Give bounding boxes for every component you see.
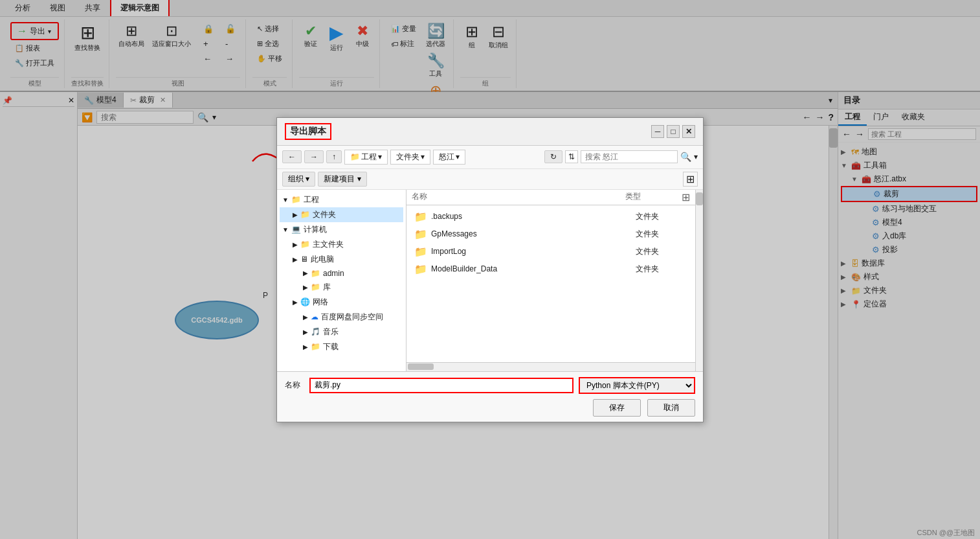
thispc-icon: 🖥 — [300, 255, 308, 264]
gpmessages-folder-icon: 📁 — [414, 228, 427, 240]
new-item-label: 新建项目 ▾ — [324, 174, 361, 185]
dialog-new-item-btn[interactable]: 新建项目 ▾ — [318, 172, 366, 187]
dialog-left-tree: ▼ 📁 工程 ▶ 📁 文件夹 ▼ 💻 计算机 ▶ — [277, 190, 406, 371]
dialog-addr-folder[interactable]: 文件夹 ▾ — [390, 150, 430, 165]
export-dialog: 导出脚本 ─ □ ✕ ← → ↑ 📁 工程 ▾ 文件夹 ▾ — [276, 117, 704, 422]
folder-icon-d: 📁 — [300, 210, 310, 219]
dialog-close-button[interactable]: ✕ — [682, 125, 695, 138]
dialog-toolbar-bar: 组织 ▾ 新建项目 ▾ ⊞ — [277, 169, 703, 190]
download-expand-icon: ▶ — [303, 343, 308, 350]
baidu-expand-icon: ▶ — [303, 314, 308, 321]
dialog-tree-music[interactable]: ▶ 🎵 音乐 — [280, 325, 403, 339]
network-icon: 🌐 — [300, 297, 310, 306]
dialog-minimize-button[interactable]: ─ — [651, 125, 664, 138]
dialog-hscrollbar-thumb[interactable] — [408, 363, 434, 370]
dialog-nav-bar: ← → ↑ 📁 工程 ▾ 文件夹 ▾ 怒江 ▾ ↻ — [277, 146, 703, 169]
home-expand-icon: ▶ — [293, 241, 298, 248]
dialog-nav-forward[interactable]: → — [304, 150, 324, 163]
dialog-addr-project-arrow: ▾ — [378, 152, 382, 161]
dialog-close-buttons: ─ □ ✕ — [651, 125, 695, 138]
dialog-view-icon[interactable]: ⊞ — [683, 172, 698, 187]
file-item-gpmessages[interactable]: 📁 GpMessages 文件夹 — [409, 225, 693, 243]
dialog-addr-folder-arrow: ▾ — [421, 152, 425, 161]
dialog-addr-project-icon: 📁 — [350, 152, 360, 161]
dialog-footer: 名称 Python 脚本文件(PY) 保存 取消 — [277, 371, 703, 422]
file-list-header: 名称 类型 ⊞ — [406, 190, 695, 205]
dialog-nav-refresh[interactable]: ↻ — [544, 150, 562, 163]
file-item-importlog[interactable]: 📁 ImportLog 文件夹 — [409, 243, 693, 260]
dialog-name-label: 名称 — [285, 380, 304, 391]
dialog-search-input[interactable] — [581, 150, 678, 163]
dialog-save-button[interactable]: 保存 — [593, 399, 641, 417]
dialog-vscrollbar-thumb[interactable] — [696, 192, 703, 205]
dialog-tree-home[interactable]: ▶ 📁 主文件夹 — [280, 237, 403, 252]
home-icon: 📁 — [300, 240, 310, 249]
baidu-icon: ☁ — [311, 312, 318, 321]
music-icon: 🎵 — [311, 327, 320, 336]
project-folder-icon: 📁 — [291, 195, 301, 204]
folder-expand-icon-d: ▶ — [293, 211, 298, 218]
file-item-backups[interactable]: 📁 .backups 文件夹 — [409, 208, 693, 225]
dialog-title-text: 导出脚本 — [285, 123, 331, 140]
organize-label: 组织 ▾ — [288, 174, 309, 185]
dialog-hscrollbar[interactable] — [406, 362, 695, 371]
computer-icon: 💻 — [291, 225, 301, 234]
dialog-addr-nujiang[interactable]: 怒江 ▾ — [433, 150, 465, 165]
dialog-addr-project[interactable]: 📁 工程 ▾ — [344, 150, 388, 165]
dialog-search-icon[interactable]: 🔍 — [680, 152, 691, 162]
dialog-name-row: 名称 Python 脚本文件(PY) — [285, 377, 695, 394]
dialog-tree-thispc[interactable]: ▶ 🖥 此电脑 — [280, 252, 403, 267]
dialog-tree-network[interactable]: ▶ 🌐 网络 — [280, 295, 403, 310]
file-item-modelbuilderdata[interactable]: 📁 ModelBuilder_Data 文件夹 — [409, 260, 693, 278]
modelbuilderdata-folder-icon: 📁 — [414, 263, 427, 275]
lib-expand-icon: ▶ — [303, 284, 308, 291]
dialog-maximize-button[interactable]: □ — [667, 125, 680, 138]
dialog-filetype-select[interactable]: Python 脚本文件(PY) — [579, 377, 695, 394]
dialog-nav-up[interactable]: ↑ — [326, 150, 342, 163]
dialog-file-list: 📁 .backups 文件夹 📁 GpMessages 文件夹 📁 Import… — [406, 205, 695, 362]
dialog-sort-btn[interactable]: ⇅ — [565, 150, 578, 163]
dialog-body: ▼ 📁 工程 ▶ 📁 文件夹 ▼ 💻 计算机 ▶ — [277, 190, 703, 371]
dialog-file-area: 名称 类型 ⊞ 📁 .backups 文件夹 📁 GpMessages — [406, 190, 695, 371]
dialog-title-bar: 导出脚本 ─ □ ✕ — [277, 118, 703, 146]
dialog-tree-download[interactable]: ▶ 📁 下载 — [280, 339, 403, 354]
dialog-overlay: 导出脚本 ─ □ ✕ ← → ↑ 📁 工程 ▾ 文件夹 ▾ — [0, 0, 980, 539]
dialog-search-dropdown[interactable]: ▾ — [694, 152, 698, 161]
dialog-addr-nujiang-arrow: ▾ — [456, 152, 460, 161]
dialog-vscrollbar[interactable] — [695, 190, 703, 371]
dialog-organize-btn[interactable]: 组织 ▾ — [282, 172, 315, 187]
dialog-tree-folder[interactable]: ▶ 📁 文件夹 — [280, 207, 403, 222]
network-expand-icon: ▶ — [293, 299, 298, 306]
importlog-folder-icon: 📁 — [414, 246, 427, 258]
admin-icon: 📁 — [311, 269, 320, 278]
admin-expand-icon: ▶ — [303, 270, 308, 277]
dialog-filename-input[interactable] — [309, 378, 574, 393]
lib-icon: 📁 — [311, 282, 320, 292]
dialog-nav-back[interactable]: ← — [282, 150, 302, 163]
backups-folder-icon: 📁 — [414, 211, 427, 223]
dialog-tree-baidu[interactable]: ▶ ☁ 百度网盘同步空间 — [280, 310, 403, 325]
project-expand-icon: ▼ — [282, 196, 289, 203]
download-icon: 📁 — [311, 342, 320, 351]
thispc-expand-icon: ▶ — [293, 256, 298, 263]
dialog-address-bar: 📁 工程 ▾ 文件夹 ▾ 怒江 ▾ — [344, 150, 542, 165]
dialog-tree-lib[interactable]: ▶ 📁 库 — [280, 280, 403, 295]
dialog-tree-project[interactable]: ▼ 📁 工程 — [280, 192, 403, 207]
music-expand-icon: ▶ — [303, 328, 308, 336]
file-list-header-sort-icon: ⊞ — [677, 191, 690, 203]
dialog-tree-admin[interactable]: ▶ 📁 admin — [280, 267, 403, 280]
computer-expand-icon: ▼ — [282, 226, 289, 233]
dialog-tree-computer[interactable]: ▼ 💻 计算机 — [280, 222, 403, 237]
dialog-cancel-button[interactable]: 取消 — [647, 399, 695, 417]
dialog-btn-row: 保存 取消 — [285, 399, 695, 417]
